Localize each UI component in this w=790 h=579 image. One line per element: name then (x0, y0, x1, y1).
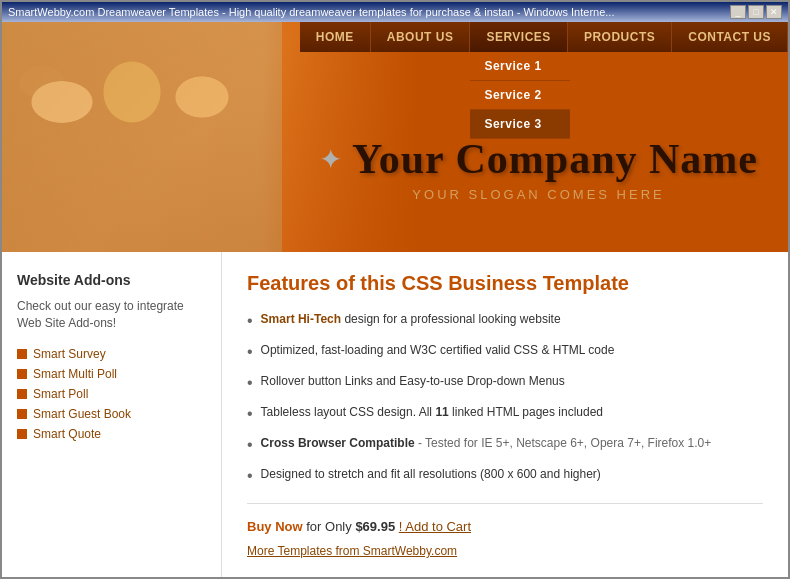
sidebar-link-quote[interactable]: Smart Quote (33, 427, 101, 441)
list-item: Smart Quote (17, 427, 206, 441)
navigation: HOME ABOUT US SERVICES Service 1 Service… (300, 22, 788, 52)
nav-services[interactable]: SERVICES Service 1 Service 2 Service 3 (470, 22, 567, 52)
sidebar: Website Add-ons Check out our easy to in… (2, 252, 222, 577)
sidebar-link-multipoll[interactable]: Smart Multi Poll (33, 367, 117, 381)
feature-text: Cross Browser Compatible - Tested for IE… (261, 434, 712, 452)
more-templates: More Templates from SmartWebby.com (247, 544, 763, 558)
dropdown-service3[interactable]: Service 3 (470, 110, 570, 139)
sidebar-link-survey[interactable]: Smart Survey (33, 347, 106, 361)
bullet-icon: • (247, 433, 253, 457)
sidebar-link-poll[interactable]: Smart Poll (33, 387, 88, 401)
buy-now-link[interactable]: Buy Now (247, 519, 303, 534)
bullet-icon (17, 429, 27, 439)
feature-bold-browser: Cross Browser Compatible (261, 436, 415, 450)
list-item: Smart Poll (17, 387, 206, 401)
window-controls: _ □ ✕ (730, 5, 782, 19)
bullet-icon: • (247, 402, 253, 426)
header-people-bg (2, 22, 282, 252)
feature-text: Optimized, fast-loading and W3C certifie… (261, 341, 615, 359)
bullet-icon: • (247, 464, 253, 488)
add-to-cart-link[interactable]: ! Add to Cart (399, 519, 471, 534)
more-templates-link[interactable]: More Templates from SmartWebby.com (247, 544, 457, 558)
buy-text: for Only (306, 519, 355, 534)
feature-link-hitech[interactable]: Smart Hi-Tech (261, 312, 341, 326)
list-item: Smart Multi Poll (17, 367, 206, 381)
services-dropdown: Service 1 Service 2 Service 3 (470, 52, 570, 139)
bullet-icon: • (247, 340, 253, 364)
content-area: Features of this CSS Business Template •… (222, 252, 788, 577)
feature-item: • Cross Browser Compatible - Tested for … (247, 434, 763, 457)
logo-icon: ✦ (319, 143, 342, 176)
slogan: YOUR SLOGAN COMES HERE (319, 187, 758, 202)
sidebar-link-list: Smart Survey Smart Multi Poll Smart Poll… (17, 347, 206, 441)
bullet-icon: • (247, 371, 253, 395)
feature-list: • Smart Hi-Tech design for a professiona… (247, 310, 763, 488)
feature-item: • Rollover button Links and Easy-to-use … (247, 372, 763, 395)
site-header: HOME ABOUT US SERVICES Service 1 Service… (2, 22, 788, 252)
browser-window: SmartWebby.com Dreamweaver Templates - H… (0, 0, 790, 579)
dropdown-service2[interactable]: Service 2 (470, 81, 570, 110)
main-content: Website Add-ons Check out our easy to in… (2, 252, 788, 577)
company-name-area: ✦ Your Company Name YOUR SLOGAN COMES HE… (319, 135, 758, 202)
bullet-icon (17, 389, 27, 399)
bullet-icon: • (247, 309, 253, 333)
feature-text: Designed to stretch and fit all resoluti… (261, 465, 601, 483)
nav-home[interactable]: HOME (300, 22, 371, 52)
content-title: Features of this CSS Business Template (247, 272, 763, 295)
feature-item: • Smart Hi-Tech design for a professiona… (247, 310, 763, 333)
feature-item: • Designed to stretch and fit all resolu… (247, 465, 763, 488)
company-name: Your Company Name (352, 135, 758, 183)
title-bar: SmartWebby.com Dreamweaver Templates - H… (2, 2, 788, 22)
sidebar-link-guestbook[interactable]: Smart Guest Book (33, 407, 131, 421)
feature-bold-11: 11 (435, 405, 448, 419)
bullet-icon (17, 349, 27, 359)
bullet-icon (17, 369, 27, 379)
content-divider (247, 503, 763, 504)
feature-item: • Tableless layout CSS design. All 11 li… (247, 403, 763, 426)
maximize-button[interactable]: □ (748, 5, 764, 19)
window-title: SmartWebby.com Dreamweaver Templates - H… (8, 6, 614, 18)
bullet-icon (17, 409, 27, 419)
price: $69.95 (355, 519, 395, 534)
sidebar-intro: Check out our easy to integrate Web Site… (17, 298, 206, 332)
sidebar-title: Website Add-ons (17, 272, 206, 288)
site-wrapper: HOME ABOUT US SERVICES Service 1 Service… (2, 22, 788, 577)
nav-contact[interactable]: CONTACT US (672, 22, 788, 52)
company-logo: ✦ Your Company Name (319, 135, 758, 183)
minimize-button[interactable]: _ (730, 5, 746, 19)
list-item: Smart Survey (17, 347, 206, 361)
nav-products[interactable]: PRODUCTS (568, 22, 672, 52)
list-item: Smart Guest Book (17, 407, 206, 421)
feature-text: Smart Hi-Tech design for a professional … (261, 310, 561, 328)
buy-section: Buy Now for Only $69.95 ! Add to Cart (247, 519, 763, 534)
feature-text: Tableless layout CSS design. All 11 link… (261, 403, 603, 421)
close-button[interactable]: ✕ (766, 5, 782, 19)
dropdown-service1[interactable]: Service 1 (470, 52, 570, 81)
feature-text: Rollover button Links and Easy-to-use Dr… (261, 372, 565, 390)
feature-item: • Optimized, fast-loading and W3C certif… (247, 341, 763, 364)
nav-about[interactable]: ABOUT US (371, 22, 471, 52)
